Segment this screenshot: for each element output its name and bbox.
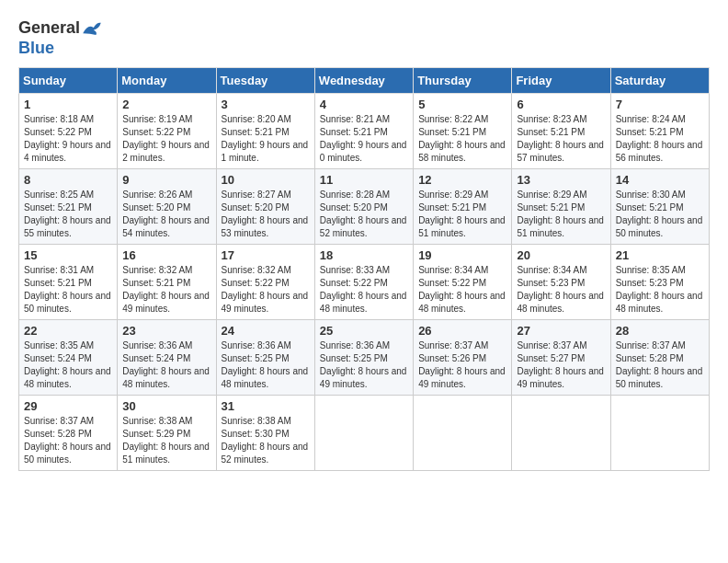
logo-text: General [18,18,102,39]
day-number: 16 [122,248,210,262]
weekday-header: Tuesday [216,68,314,94]
calendar-week-row: 29 Sunrise: 8:37 AM Sunset: 5:28 PM Dayl… [19,396,710,471]
cell-info: Sunrise: 8:37 AM Sunset: 5:26 PM Dayligh… [418,339,506,391]
cell-info: Sunrise: 8:20 AM Sunset: 5:21 PM Dayligh… [222,113,310,165]
day-number: 18 [320,248,408,262]
cell-info: Sunrise: 8:36 AM Sunset: 5:25 PM Dayligh… [222,339,310,391]
calendar-cell: 13 Sunrise: 8:29 AM Sunset: 5:21 PM Dayl… [512,169,610,245]
calendar-cell: 20 Sunrise: 8:34 AM Sunset: 5:23 PM Dayl… [512,245,610,320]
day-number: 15 [24,248,112,262]
calendar-week-row: 1 Sunrise: 8:18 AM Sunset: 5:22 PM Dayli… [19,94,710,169]
page-header: General Blue [18,18,710,58]
calendar-cell: 21 Sunrise: 8:35 AM Sunset: 5:23 PM Dayl… [610,245,709,320]
day-number: 10 [222,173,310,187]
calendar-cell: 30 Sunrise: 8:38 AM Sunset: 5:29 PM Dayl… [118,396,216,471]
cell-info: Sunrise: 8:22 AM Sunset: 5:21 PM Dayligh… [418,113,506,165]
calendar-cell: 29 Sunrise: 8:37 AM Sunset: 5:28 PM Dayl… [19,396,118,471]
cell-info: Sunrise: 8:28 AM Sunset: 5:20 PM Dayligh… [320,189,408,240]
calendar-cell: 17 Sunrise: 8:32 AM Sunset: 5:22 PM Dayl… [216,245,314,320]
day-number: 20 [517,248,605,262]
calendar-table: SundayMondayTuesdayWednesdayThursdayFrid… [18,67,710,471]
weekday-header: Wednesday [314,68,413,94]
cell-info: Sunrise: 8:36 AM Sunset: 5:25 PM Dayligh… [320,339,408,391]
cell-info: Sunrise: 8:37 AM Sunset: 5:28 PM Dayligh… [616,339,704,391]
day-number: 30 [122,399,210,413]
cell-info: Sunrise: 8:35 AM Sunset: 5:23 PM Dayligh… [616,264,704,316]
calendar-cell: 4 Sunrise: 8:21 AM Sunset: 5:21 PM Dayli… [314,94,413,169]
cell-info: Sunrise: 8:36 AM Sunset: 5:24 PM Dayligh… [122,339,210,391]
cell-info: Sunrise: 8:29 AM Sunset: 5:21 PM Dayligh… [517,189,605,240]
day-number: 22 [24,324,112,338]
cell-info: Sunrise: 8:33 AM Sunset: 5:22 PM Dayligh… [320,264,408,316]
day-number: 29 [24,399,112,413]
logo-container: General Blue [18,18,102,58]
calendar-cell [314,396,413,471]
day-number: 27 [517,324,605,338]
calendar-cell: 24 Sunrise: 8:36 AM Sunset: 5:25 PM Dayl… [216,320,314,396]
day-number: 28 [616,324,704,338]
day-number: 31 [222,399,310,413]
calendar-cell: 1 Sunrise: 8:18 AM Sunset: 5:22 PM Dayli… [19,94,118,169]
day-number: 8 [24,173,112,187]
calendar-cell: 7 Sunrise: 8:24 AM Sunset: 5:21 PM Dayli… [610,94,709,169]
day-number: 17 [222,248,310,262]
cell-info: Sunrise: 8:21 AM Sunset: 5:21 PM Dayligh… [320,113,408,165]
cell-info: Sunrise: 8:19 AM Sunset: 5:22 PM Dayligh… [122,113,210,165]
calendar-cell: 5 Sunrise: 8:22 AM Sunset: 5:21 PM Dayli… [414,94,512,169]
calendar-cell: 15 Sunrise: 8:31 AM Sunset: 5:21 PM Dayl… [19,245,118,320]
calendar-cell [414,396,512,471]
cell-info: Sunrise: 8:25 AM Sunset: 5:21 PM Dayligh… [24,189,112,240]
cell-info: Sunrise: 8:38 AM Sunset: 5:29 PM Dayligh… [122,415,210,466]
calendar-cell: 31 Sunrise: 8:38 AM Sunset: 5:30 PM Dayl… [216,396,314,471]
cell-info: Sunrise: 8:18 AM Sunset: 5:22 PM Dayligh… [24,113,112,165]
day-number: 1 [24,98,112,111]
day-number: 21 [616,248,704,262]
logo-bird-icon [82,21,102,36]
cell-info: Sunrise: 8:30 AM Sunset: 5:21 PM Dayligh… [616,189,704,240]
weekday-header: Thursday [414,68,512,94]
calendar-cell: 22 Sunrise: 8:35 AM Sunset: 5:24 PM Dayl… [19,320,118,396]
calendar-cell: 12 Sunrise: 8:29 AM Sunset: 5:21 PM Dayl… [414,169,512,245]
logo: General Blue [18,18,102,58]
calendar-cell: 11 Sunrise: 8:28 AM Sunset: 5:20 PM Dayl… [314,169,413,245]
day-number: 4 [320,98,408,111]
cell-info: Sunrise: 8:32 AM Sunset: 5:22 PM Dayligh… [222,264,310,316]
weekday-header-row: SundayMondayTuesdayWednesdayThursdayFrid… [19,68,710,94]
cell-info: Sunrise: 8:24 AM Sunset: 5:21 PM Dayligh… [616,113,704,165]
calendar-week-row: 22 Sunrise: 8:35 AM Sunset: 5:24 PM Dayl… [19,320,710,396]
day-number: 2 [122,98,210,111]
logo-blue: Blue [18,39,102,59]
day-number: 9 [122,173,210,187]
cell-info: Sunrise: 8:37 AM Sunset: 5:28 PM Dayligh… [24,415,112,466]
day-number: 11 [320,173,408,187]
day-number: 5 [418,98,506,111]
calendar-cell: 25 Sunrise: 8:36 AM Sunset: 5:25 PM Dayl… [314,320,413,396]
day-number: 6 [517,98,605,111]
calendar-cell: 28 Sunrise: 8:37 AM Sunset: 5:28 PM Dayl… [610,320,709,396]
cell-info: Sunrise: 8:38 AM Sunset: 5:30 PM Dayligh… [222,415,310,466]
calendar-cell [512,396,610,471]
cell-info: Sunrise: 8:34 AM Sunset: 5:23 PM Dayligh… [517,264,605,316]
calendar-cell: 16 Sunrise: 8:32 AM Sunset: 5:21 PM Dayl… [118,245,216,320]
cell-info: Sunrise: 8:34 AM Sunset: 5:22 PM Dayligh… [418,264,506,316]
weekday-header: Friday [512,68,610,94]
calendar-cell: 6 Sunrise: 8:23 AM Sunset: 5:21 PM Dayli… [512,94,610,169]
calendar-cell: 9 Sunrise: 8:26 AM Sunset: 5:20 PM Dayli… [118,169,216,245]
day-number: 25 [320,324,408,338]
calendar-cell: 19 Sunrise: 8:34 AM Sunset: 5:22 PM Dayl… [414,245,512,320]
cell-info: Sunrise: 8:35 AM Sunset: 5:24 PM Dayligh… [24,339,112,391]
cell-info: Sunrise: 8:29 AM Sunset: 5:21 PM Dayligh… [418,189,506,240]
calendar-cell [610,396,709,471]
calendar-cell: 3 Sunrise: 8:20 AM Sunset: 5:21 PM Dayli… [216,94,314,169]
calendar-cell: 14 Sunrise: 8:30 AM Sunset: 5:21 PM Dayl… [610,169,709,245]
day-number: 23 [122,324,210,338]
cell-info: Sunrise: 8:32 AM Sunset: 5:21 PM Dayligh… [122,264,210,316]
calendar-cell: 2 Sunrise: 8:19 AM Sunset: 5:22 PM Dayli… [118,94,216,169]
calendar-week-row: 8 Sunrise: 8:25 AM Sunset: 5:21 PM Dayli… [19,169,710,245]
calendar-cell: 18 Sunrise: 8:33 AM Sunset: 5:22 PM Dayl… [314,245,413,320]
day-number: 19 [418,248,506,262]
cell-info: Sunrise: 8:23 AM Sunset: 5:21 PM Dayligh… [517,113,605,165]
cell-info: Sunrise: 8:26 AM Sunset: 5:20 PM Dayligh… [122,189,210,240]
cell-info: Sunrise: 8:37 AM Sunset: 5:27 PM Dayligh… [517,339,605,391]
day-number: 24 [222,324,310,338]
